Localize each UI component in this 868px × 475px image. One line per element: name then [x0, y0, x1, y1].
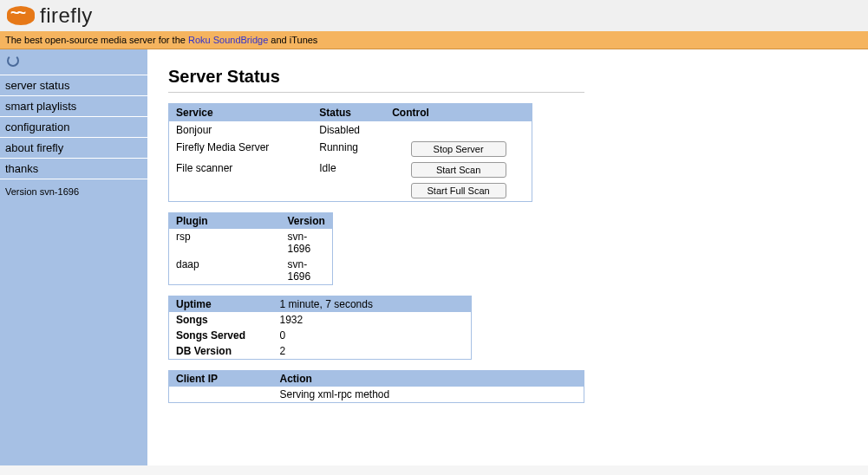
clients-header-ip: Client IP — [169, 371, 273, 387]
plugin-name: daap — [169, 257, 281, 285]
stats-header-label: Uptime — [169, 296, 273, 313]
clients-table: Client IP Action Serving xml-rpc method — [168, 370, 584, 403]
stop-server-button[interactable]: Stop Server — [411, 141, 506, 157]
brand-text: firefly — [40, 3, 93, 28]
stats-label: DB Version — [169, 343, 273, 360]
stats-label: Songs Served — [169, 328, 273, 343]
service-control — [385, 121, 532, 139]
refresh-row — [0, 49, 147, 75]
firefly-logo-icon — [7, 6, 35, 25]
service-name — [169, 180, 313, 202]
title-divider — [168, 92, 584, 93]
service-status: Disabled — [312, 121, 385, 139]
stats-header-value: 1 minute, 7 seconds — [273, 296, 472, 313]
version-text: Version svn-1696 — [0, 179, 147, 204]
plugin-row: rsp svn-1696 — [169, 229, 333, 257]
stats-table: Uptime 1 minute, 7 seconds Songs 1932 So… — [168, 296, 472, 360]
service-status: Running — [312, 139, 385, 159]
stats-value: 1932 — [273, 312, 472, 328]
service-row: File scanner Idle Start Scan — [169, 159, 532, 180]
start-full-scan-button[interactable]: Start Full Scan — [411, 183, 506, 198]
service-status — [312, 180, 385, 202]
services-header-control: Control — [385, 104, 532, 122]
services-table: Service Status Control Bonjour Disabled … — [168, 103, 532, 202]
plugins-header-version: Version — [281, 213, 333, 230]
service-name: Bonjour — [169, 121, 313, 139]
service-name: Firefly Media Server — [169, 139, 313, 159]
service-row: Start Full Scan — [169, 180, 532, 202]
tagline-bar: The best open-source media server for th… — [0, 31, 868, 49]
nav: server status smart playlists configurat… — [0, 75, 147, 179]
sidebar-item-thanks[interactable]: thanks — [0, 159, 147, 179]
plugin-name: rsp — [169, 229, 281, 257]
service-status: Idle — [312, 159, 385, 180]
plugins-table: Plugin Version rsp svn-1696 daap svn-169… — [168, 212, 333, 285]
service-row: Firefly Media Server Running Stop Server — [169, 139, 532, 159]
client-action: Serving xml-rpc method — [273, 387, 584, 403]
tagline-link[interactable]: Roku SoundBridge — [188, 35, 268, 45]
page-title: Server Status — [168, 67, 847, 87]
stats-row: DB Version 2 — [169, 343, 472, 360]
plugin-version: svn-1696 — [281, 229, 333, 257]
start-scan-button[interactable]: Start Scan — [411, 162, 506, 178]
tagline-after: and iTunes — [268, 35, 317, 45]
refresh-icon[interactable] — [7, 55, 19, 67]
client-row: Serving xml-rpc method — [169, 387, 584, 403]
stats-value: 2 — [273, 343, 472, 360]
stats-label: Songs — [169, 312, 273, 328]
plugin-version: svn-1696 — [281, 257, 333, 285]
client-ip — [169, 387, 273, 403]
service-name: File scanner — [169, 159, 313, 180]
sidebar: server status smart playlists configurat… — [0, 49, 147, 465]
stats-row: Songs 1932 — [169, 312, 472, 328]
main-content: Server Status Service Status Control Bon… — [147, 49, 868, 465]
stats-value: 0 — [273, 328, 472, 343]
tagline-before: The best open-source media server for th… — [5, 35, 188, 45]
services-header-status: Status — [312, 104, 385, 122]
service-row: Bonjour Disabled — [169, 121, 532, 139]
plugin-row: daap svn-1696 — [169, 257, 333, 285]
sidebar-item-smart-playlists[interactable]: smart playlists — [0, 96, 147, 117]
sidebar-item-about-firefly[interactable]: about firefly — [0, 138, 147, 159]
services-header-service: Service — [169, 104, 313, 122]
sidebar-item-server-status[interactable]: server status — [0, 75, 147, 96]
plugins-header-plugin: Plugin — [169, 213, 281, 230]
clients-header-action: Action — [273, 371, 584, 387]
app-header: firefly — [0, 0, 868, 31]
sidebar-item-configuration[interactable]: configuration — [0, 117, 147, 138]
stats-row: Songs Served 0 — [169, 328, 472, 343]
